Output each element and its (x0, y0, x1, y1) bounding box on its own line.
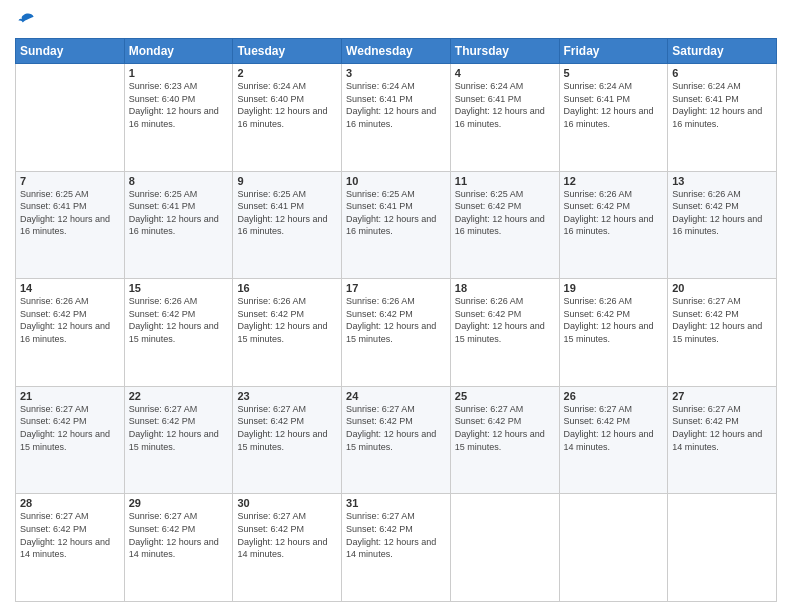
day-info: Sunrise: 6:26 AMSunset: 6:42 PMDaylight:… (237, 295, 337, 345)
day-cell: 20Sunrise: 6:27 AMSunset: 6:42 PMDayligh… (668, 279, 777, 387)
day-number: 30 (237, 497, 337, 509)
day-cell: 16Sunrise: 6:26 AMSunset: 6:42 PMDayligh… (233, 279, 342, 387)
day-cell (16, 64, 125, 172)
day-info: Sunrise: 6:25 AMSunset: 6:41 PMDaylight:… (129, 188, 229, 238)
page: SundayMondayTuesdayWednesdayThursdayFrid… (0, 0, 792, 612)
day-number: 3 (346, 67, 446, 79)
day-number: 21 (20, 390, 120, 402)
day-cell: 26Sunrise: 6:27 AMSunset: 6:42 PMDayligh… (559, 386, 668, 494)
day-info: Sunrise: 6:27 AMSunset: 6:42 PMDaylight:… (20, 510, 120, 560)
day-info: Sunrise: 6:26 AMSunset: 6:42 PMDaylight:… (129, 295, 229, 345)
day-cell: 5Sunrise: 6:24 AMSunset: 6:41 PMDaylight… (559, 64, 668, 172)
day-cell: 19Sunrise: 6:26 AMSunset: 6:42 PMDayligh… (559, 279, 668, 387)
day-cell: 25Sunrise: 6:27 AMSunset: 6:42 PMDayligh… (450, 386, 559, 494)
day-number: 29 (129, 497, 229, 509)
day-cell: 9Sunrise: 6:25 AMSunset: 6:41 PMDaylight… (233, 171, 342, 279)
weekday-header-friday: Friday (559, 39, 668, 64)
logo-bird-icon (17, 10, 37, 30)
day-cell: 14Sunrise: 6:26 AMSunset: 6:42 PMDayligh… (16, 279, 125, 387)
day-info: Sunrise: 6:27 AMSunset: 6:42 PMDaylight:… (129, 510, 229, 560)
day-cell: 15Sunrise: 6:26 AMSunset: 6:42 PMDayligh… (124, 279, 233, 387)
day-number: 7 (20, 175, 120, 187)
day-number: 11 (455, 175, 555, 187)
day-info: Sunrise: 6:25 AMSunset: 6:41 PMDaylight:… (237, 188, 337, 238)
day-info: Sunrise: 6:27 AMSunset: 6:42 PMDaylight:… (346, 403, 446, 453)
day-number: 10 (346, 175, 446, 187)
day-number: 2 (237, 67, 337, 79)
day-number: 25 (455, 390, 555, 402)
day-number: 1 (129, 67, 229, 79)
day-number: 8 (129, 175, 229, 187)
day-info: Sunrise: 6:27 AMSunset: 6:42 PMDaylight:… (564, 403, 664, 453)
day-cell: 27Sunrise: 6:27 AMSunset: 6:42 PMDayligh… (668, 386, 777, 494)
day-info: Sunrise: 6:27 AMSunset: 6:42 PMDaylight:… (346, 510, 446, 560)
day-number: 13 (672, 175, 772, 187)
day-number: 23 (237, 390, 337, 402)
day-cell (668, 494, 777, 602)
day-info: Sunrise: 6:25 AMSunset: 6:41 PMDaylight:… (20, 188, 120, 238)
day-info: Sunrise: 6:26 AMSunset: 6:42 PMDaylight:… (455, 295, 555, 345)
day-info: Sunrise: 6:26 AMSunset: 6:42 PMDaylight:… (346, 295, 446, 345)
day-number: 6 (672, 67, 772, 79)
day-number: 22 (129, 390, 229, 402)
day-cell (450, 494, 559, 602)
day-cell: 18Sunrise: 6:26 AMSunset: 6:42 PMDayligh… (450, 279, 559, 387)
week-row-3: 14Sunrise: 6:26 AMSunset: 6:42 PMDayligh… (16, 279, 777, 387)
day-cell: 29Sunrise: 6:27 AMSunset: 6:42 PMDayligh… (124, 494, 233, 602)
day-number: 27 (672, 390, 772, 402)
day-number: 9 (237, 175, 337, 187)
day-cell: 13Sunrise: 6:26 AMSunset: 6:42 PMDayligh… (668, 171, 777, 279)
day-info: Sunrise: 6:27 AMSunset: 6:42 PMDaylight:… (237, 403, 337, 453)
day-cell: 3Sunrise: 6:24 AMSunset: 6:41 PMDaylight… (342, 64, 451, 172)
day-cell: 12Sunrise: 6:26 AMSunset: 6:42 PMDayligh… (559, 171, 668, 279)
header (15, 10, 777, 30)
day-info: Sunrise: 6:24 AMSunset: 6:41 PMDaylight:… (455, 80, 555, 130)
day-number: 20 (672, 282, 772, 294)
weekday-header-saturday: Saturday (668, 39, 777, 64)
day-cell: 22Sunrise: 6:27 AMSunset: 6:42 PMDayligh… (124, 386, 233, 494)
day-info: Sunrise: 6:25 AMSunset: 6:42 PMDaylight:… (455, 188, 555, 238)
day-cell (559, 494, 668, 602)
day-info: Sunrise: 6:26 AMSunset: 6:42 PMDaylight:… (20, 295, 120, 345)
day-info: Sunrise: 6:24 AMSunset: 6:40 PMDaylight:… (237, 80, 337, 130)
day-cell: 30Sunrise: 6:27 AMSunset: 6:42 PMDayligh… (233, 494, 342, 602)
weekday-header-tuesday: Tuesday (233, 39, 342, 64)
day-info: Sunrise: 6:25 AMSunset: 6:41 PMDaylight:… (346, 188, 446, 238)
week-row-4: 21Sunrise: 6:27 AMSunset: 6:42 PMDayligh… (16, 386, 777, 494)
day-cell: 11Sunrise: 6:25 AMSunset: 6:42 PMDayligh… (450, 171, 559, 279)
day-number: 18 (455, 282, 555, 294)
day-info: Sunrise: 6:27 AMSunset: 6:42 PMDaylight:… (129, 403, 229, 453)
day-number: 28 (20, 497, 120, 509)
day-number: 24 (346, 390, 446, 402)
day-cell: 23Sunrise: 6:27 AMSunset: 6:42 PMDayligh… (233, 386, 342, 494)
weekday-header-thursday: Thursday (450, 39, 559, 64)
day-cell: 1Sunrise: 6:23 AMSunset: 6:40 PMDaylight… (124, 64, 233, 172)
day-cell: 10Sunrise: 6:25 AMSunset: 6:41 PMDayligh… (342, 171, 451, 279)
day-info: Sunrise: 6:27 AMSunset: 6:42 PMDaylight:… (20, 403, 120, 453)
day-number: 12 (564, 175, 664, 187)
day-number: 31 (346, 497, 446, 509)
day-info: Sunrise: 6:24 AMSunset: 6:41 PMDaylight:… (346, 80, 446, 130)
day-info: Sunrise: 6:26 AMSunset: 6:42 PMDaylight:… (564, 295, 664, 345)
day-info: Sunrise: 6:23 AMSunset: 6:40 PMDaylight:… (129, 80, 229, 130)
day-info: Sunrise: 6:27 AMSunset: 6:42 PMDaylight:… (672, 403, 772, 453)
day-number: 5 (564, 67, 664, 79)
day-cell: 6Sunrise: 6:24 AMSunset: 6:41 PMDaylight… (668, 64, 777, 172)
day-cell: 31Sunrise: 6:27 AMSunset: 6:42 PMDayligh… (342, 494, 451, 602)
calendar-table: SundayMondayTuesdayWednesdayThursdayFrid… (15, 38, 777, 602)
day-cell: 4Sunrise: 6:24 AMSunset: 6:41 PMDaylight… (450, 64, 559, 172)
weekday-header-wednesday: Wednesday (342, 39, 451, 64)
day-info: Sunrise: 6:27 AMSunset: 6:42 PMDaylight:… (237, 510, 337, 560)
day-cell: 28Sunrise: 6:27 AMSunset: 6:42 PMDayligh… (16, 494, 125, 602)
day-info: Sunrise: 6:27 AMSunset: 6:42 PMDaylight:… (672, 295, 772, 345)
week-row-5: 28Sunrise: 6:27 AMSunset: 6:42 PMDayligh… (16, 494, 777, 602)
day-info: Sunrise: 6:24 AMSunset: 6:41 PMDaylight:… (564, 80, 664, 130)
day-number: 17 (346, 282, 446, 294)
day-cell: 17Sunrise: 6:26 AMSunset: 6:42 PMDayligh… (342, 279, 451, 387)
day-number: 4 (455, 67, 555, 79)
day-cell: 7Sunrise: 6:25 AMSunset: 6:41 PMDaylight… (16, 171, 125, 279)
day-cell: 21Sunrise: 6:27 AMSunset: 6:42 PMDayligh… (16, 386, 125, 494)
day-number: 16 (237, 282, 337, 294)
day-info: Sunrise: 6:24 AMSunset: 6:41 PMDaylight:… (672, 80, 772, 130)
logo (15, 10, 37, 30)
